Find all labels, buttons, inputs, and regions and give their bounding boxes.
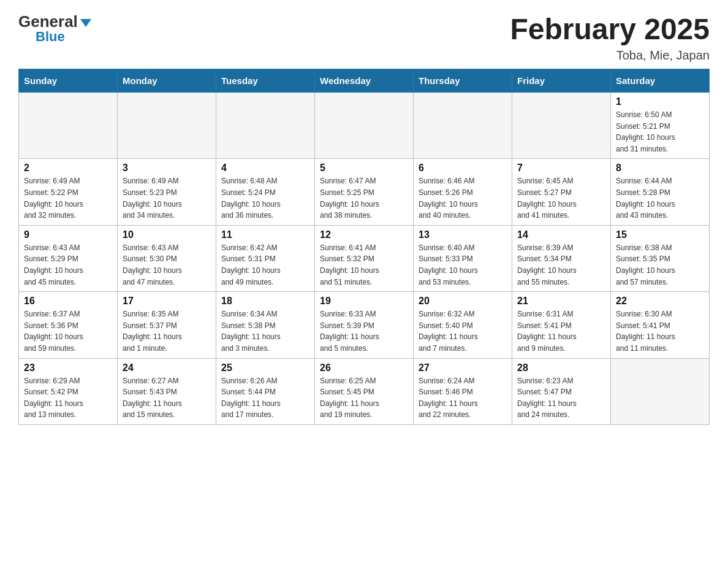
calendar-day-cell: 27Sunrise: 6:24 AMSunset: 5:46 PMDayligh… bbox=[414, 358, 512, 424]
day-number: 21 bbox=[517, 296, 605, 307]
day-info: Sunrise: 6:49 AMSunset: 5:23 PMDaylight:… bbox=[123, 175, 211, 221]
day-info: Sunrise: 6:43 AMSunset: 5:29 PMDaylight:… bbox=[24, 242, 112, 288]
day-info: Sunrise: 6:50 AMSunset: 5:21 PMDaylight:… bbox=[616, 109, 704, 155]
calendar-day-cell: 24Sunrise: 6:27 AMSunset: 5:43 PMDayligh… bbox=[118, 358, 216, 424]
calendar-day-cell bbox=[414, 93, 512, 159]
calendar-day-cell bbox=[512, 93, 611, 159]
day-number: 2 bbox=[24, 163, 112, 174]
day-info: Sunrise: 6:48 AMSunset: 5:24 PMDaylight:… bbox=[221, 175, 309, 221]
calendar-week-row: 1Sunrise: 6:50 AMSunset: 5:21 PMDaylight… bbox=[19, 93, 710, 159]
calendar-day-cell: 15Sunrise: 6:38 AMSunset: 5:35 PMDayligh… bbox=[611, 225, 710, 291]
day-of-week-header: Thursday bbox=[414, 69, 512, 93]
calendar-day-cell bbox=[19, 93, 118, 159]
calendar-day-cell: 11Sunrise: 6:42 AMSunset: 5:31 PMDayligh… bbox=[216, 225, 315, 291]
calendar-day-cell: 26Sunrise: 6:25 AMSunset: 5:45 PMDayligh… bbox=[315, 358, 414, 424]
day-info: Sunrise: 6:30 AMSunset: 5:41 PMDaylight:… bbox=[616, 308, 704, 354]
day-of-week-header: Tuesday bbox=[216, 69, 315, 93]
day-info: Sunrise: 6:25 AMSunset: 5:45 PMDaylight:… bbox=[320, 375, 408, 421]
day-number: 23 bbox=[24, 362, 112, 373]
day-number: 10 bbox=[123, 229, 211, 240]
day-of-week-header: Sunday bbox=[19, 69, 118, 93]
day-info: Sunrise: 6:35 AMSunset: 5:37 PMDaylight:… bbox=[123, 308, 211, 354]
day-number: 7 bbox=[517, 163, 605, 174]
day-number: 22 bbox=[616, 296, 704, 307]
day-info: Sunrise: 6:47 AMSunset: 5:25 PMDaylight:… bbox=[320, 175, 408, 221]
calendar-week-row: 16Sunrise: 6:37 AMSunset: 5:36 PMDayligh… bbox=[19, 292, 710, 358]
calendar-day-cell: 20Sunrise: 6:32 AMSunset: 5:40 PMDayligh… bbox=[414, 292, 512, 358]
day-number: 26 bbox=[320, 362, 408, 373]
day-number: 12 bbox=[320, 229, 408, 240]
day-number: 17 bbox=[123, 296, 211, 307]
day-of-week-header: Saturday bbox=[611, 69, 710, 93]
logo-text-blue: Blue bbox=[36, 29, 65, 45]
day-info: Sunrise: 6:44 AMSunset: 5:28 PMDaylight:… bbox=[616, 175, 704, 221]
day-number: 28 bbox=[517, 362, 605, 373]
day-of-week-header: Wednesday bbox=[315, 69, 414, 93]
day-number: 18 bbox=[221, 296, 309, 307]
calendar-day-cell: 22Sunrise: 6:30 AMSunset: 5:41 PMDayligh… bbox=[611, 292, 710, 358]
day-of-week-header: Friday bbox=[512, 69, 611, 93]
day-number: 20 bbox=[419, 296, 507, 307]
calendar-week-row: 2Sunrise: 6:49 AMSunset: 5:22 PMDaylight… bbox=[19, 159, 710, 225]
day-number: 11 bbox=[221, 229, 309, 240]
day-number: 14 bbox=[517, 229, 605, 240]
calendar-day-cell: 7Sunrise: 6:45 AMSunset: 5:27 PMDaylight… bbox=[512, 159, 611, 225]
day-info: Sunrise: 6:37 AMSunset: 5:36 PMDaylight:… bbox=[24, 308, 112, 354]
calendar-week-row: 23Sunrise: 6:29 AMSunset: 5:42 PMDayligh… bbox=[19, 358, 710, 424]
day-info: Sunrise: 6:42 AMSunset: 5:31 PMDaylight:… bbox=[221, 242, 309, 288]
day-number: 6 bbox=[419, 163, 507, 174]
calendar-day-cell: 13Sunrise: 6:40 AMSunset: 5:33 PMDayligh… bbox=[414, 225, 512, 291]
calendar-day-cell: 18Sunrise: 6:34 AMSunset: 5:38 PMDayligh… bbox=[216, 292, 315, 358]
calendar-day-cell: 9Sunrise: 6:43 AMSunset: 5:29 PMDaylight… bbox=[19, 225, 118, 291]
calendar-day-cell: 2Sunrise: 6:49 AMSunset: 5:22 PMDaylight… bbox=[19, 159, 118, 225]
calendar-day-cell: 10Sunrise: 6:43 AMSunset: 5:30 PMDayligh… bbox=[118, 225, 216, 291]
day-number: 5 bbox=[320, 163, 408, 174]
calendar-day-cell: 17Sunrise: 6:35 AMSunset: 5:37 PMDayligh… bbox=[118, 292, 216, 358]
day-number: 3 bbox=[123, 163, 211, 174]
day-info: Sunrise: 6:23 AMSunset: 5:47 PMDaylight:… bbox=[517, 375, 605, 421]
day-info: Sunrise: 6:33 AMSunset: 5:39 PMDaylight:… bbox=[320, 308, 408, 354]
calendar-day-cell: 12Sunrise: 6:41 AMSunset: 5:32 PMDayligh… bbox=[315, 225, 414, 291]
day-number: 16 bbox=[24, 296, 112, 307]
day-info: Sunrise: 6:38 AMSunset: 5:35 PMDaylight:… bbox=[616, 242, 704, 288]
calendar-day-cell: 1Sunrise: 6:50 AMSunset: 5:21 PMDaylight… bbox=[611, 93, 710, 159]
day-info: Sunrise: 6:43 AMSunset: 5:30 PMDaylight:… bbox=[123, 242, 211, 288]
month-title: February 2025 bbox=[510, 12, 710, 46]
day-number: 9 bbox=[24, 229, 112, 240]
calendar-week-row: 9Sunrise: 6:43 AMSunset: 5:29 PMDaylight… bbox=[19, 225, 710, 291]
calendar-day-cell: 6Sunrise: 6:46 AMSunset: 5:26 PMDaylight… bbox=[414, 159, 512, 225]
day-of-week-header: Monday bbox=[118, 69, 216, 93]
calendar-day-cell: 16Sunrise: 6:37 AMSunset: 5:36 PMDayligh… bbox=[19, 292, 118, 358]
day-number: 15 bbox=[616, 229, 704, 240]
calendar-day-cell bbox=[315, 93, 414, 159]
calendar-day-cell: 4Sunrise: 6:48 AMSunset: 5:24 PMDaylight… bbox=[216, 159, 315, 225]
day-info: Sunrise: 6:29 AMSunset: 5:42 PMDaylight:… bbox=[24, 375, 112, 421]
calendar-day-cell bbox=[611, 358, 710, 424]
day-number: 1 bbox=[616, 96, 704, 107]
day-number: 19 bbox=[320, 296, 408, 307]
location-label: Toba, Mie, Japan bbox=[510, 48, 710, 63]
day-number: 8 bbox=[616, 163, 704, 174]
day-info: Sunrise: 6:24 AMSunset: 5:46 PMDaylight:… bbox=[419, 375, 507, 421]
logo: General Blue bbox=[18, 12, 91, 45]
day-info: Sunrise: 6:39 AMSunset: 5:34 PMDaylight:… bbox=[517, 242, 605, 288]
day-number: 13 bbox=[419, 229, 507, 240]
calendar-day-cell: 8Sunrise: 6:44 AMSunset: 5:28 PMDaylight… bbox=[611, 159, 710, 225]
title-block: February 2025 Toba, Mie, Japan bbox=[510, 12, 710, 63]
calendar-table: SundayMondayTuesdayWednesdayThursdayFrid… bbox=[18, 69, 710, 425]
day-info: Sunrise: 6:31 AMSunset: 5:41 PMDaylight:… bbox=[517, 308, 605, 354]
calendar-header-row: SundayMondayTuesdayWednesdayThursdayFrid… bbox=[19, 69, 710, 93]
calendar-day-cell: 21Sunrise: 6:31 AMSunset: 5:41 PMDayligh… bbox=[512, 292, 611, 358]
day-info: Sunrise: 6:27 AMSunset: 5:43 PMDaylight:… bbox=[123, 375, 211, 421]
day-info: Sunrise: 6:40 AMSunset: 5:33 PMDaylight:… bbox=[419, 242, 507, 288]
day-number: 4 bbox=[221, 163, 309, 174]
calendar-day-cell: 23Sunrise: 6:29 AMSunset: 5:42 PMDayligh… bbox=[19, 358, 118, 424]
day-number: 27 bbox=[419, 362, 507, 373]
day-info: Sunrise: 6:34 AMSunset: 5:38 PMDaylight:… bbox=[221, 308, 309, 354]
calendar-day-cell: 5Sunrise: 6:47 AMSunset: 5:25 PMDaylight… bbox=[315, 159, 414, 225]
day-info: Sunrise: 6:26 AMSunset: 5:44 PMDaylight:… bbox=[221, 375, 309, 421]
calendar-day-cell: 14Sunrise: 6:39 AMSunset: 5:34 PMDayligh… bbox=[512, 225, 611, 291]
calendar-day-cell bbox=[118, 93, 216, 159]
calendar-day-cell: 19Sunrise: 6:33 AMSunset: 5:39 PMDayligh… bbox=[315, 292, 414, 358]
day-number: 24 bbox=[123, 362, 211, 373]
